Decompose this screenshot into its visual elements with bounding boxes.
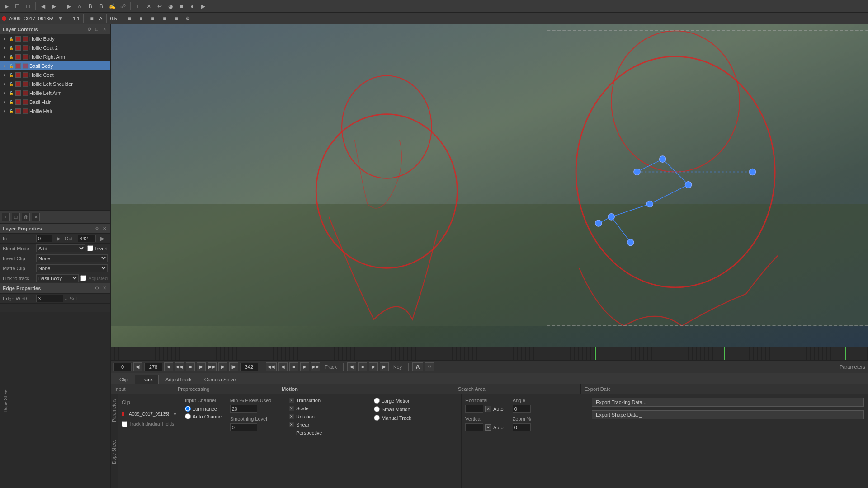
prop-adjusted-check[interactable] [80, 275, 86, 281]
layer-item[interactable]: ● 🔓 Hollie Left Arm [0, 89, 110, 98]
view-btn1[interactable]: ■ [125, 14, 134, 23]
key-mode-btn[interactable]: A [412, 362, 423, 371]
delete-layer-icon[interactable]: 🗑 [22, 213, 30, 221]
edge-width-minus[interactable]: - [65, 296, 67, 301]
smoothing-input[interactable] [230, 423, 257, 431]
luminance-radio[interactable] [185, 406, 191, 412]
key-play-btn[interactable]: ▶ [369, 362, 378, 371]
paint-icon[interactable]: ◕ [166, 2, 175, 11]
export-tracking-btn[interactable]: Export Tracking Data... [592, 398, 864, 407]
view-btn5[interactable]: ■ [172, 14, 181, 23]
auto-channel-radio[interactable] [185, 413, 191, 419]
layer-controls-close[interactable]: ✕ [101, 26, 108, 33]
vertical-input[interactable] [465, 423, 483, 431]
layer-visibility-icon[interactable]: ● [2, 99, 7, 105]
layer-visibility-icon[interactable]: ● [2, 63, 7, 69]
settings-icon[interactable]: ⚙ [184, 14, 193, 23]
shear-checkbox[interactable]: ✕ [289, 422, 294, 427]
layer-lock-icon[interactable]: 🔓 [9, 54, 14, 60]
edge-set-btn[interactable]: Set [70, 296, 77, 301]
layer-lock-icon[interactable]: 🔓 [9, 81, 14, 87]
layer-lock-icon[interactable]: 🔓 [9, 63, 14, 69]
tab-clip[interactable]: Clip [113, 375, 134, 384]
layer-visibility-icon[interactable]: ● [2, 54, 7, 60]
layer-visibility-icon[interactable]: ● [2, 72, 7, 78]
grid-icon[interactable]: ■ [177, 2, 186, 11]
tab-track[interactable]: Track [135, 375, 159, 384]
convert-point-icon[interactable]: ↩ [155, 2, 164, 11]
clip-dropdown-icon[interactable]: ▼ [56, 14, 65, 23]
layer-item[interactable]: ● 🔓 Hollie Right Arm [0, 52, 110, 61]
prop-insert-select[interactable]: None [36, 254, 108, 262]
layer-props-icon1[interactable]: ⚙ [94, 225, 100, 232]
play-next-btn[interactable]: ▶ [218, 362, 227, 371]
export-shape-btn[interactable]: Export Shape Data _ [592, 410, 864, 419]
play-end-btn[interactable]: |▶ [229, 362, 238, 371]
vertical-auto-check[interactable]: ✕ [485, 424, 491, 431]
edge-props-icon1[interactable]: ⚙ [94, 285, 100, 291]
layer-controls-icon1[interactable]: ⚙ [86, 26, 92, 33]
nav-back-icon[interactable]: ◀ [38, 2, 47, 11]
prop-link-select[interactable]: Basil Body [36, 274, 79, 282]
layer-item[interactable]: ● 🔓 Hollie Coat 2 [0, 43, 110, 52]
bspline2-icon[interactable]: B [97, 2, 106, 11]
tab-camera-solve[interactable]: Camera Solve [198, 375, 242, 384]
layer-visibility-icon[interactable]: ● [2, 81, 7, 87]
zoom-input[interactable] [513, 423, 531, 431]
track-back-btn[interactable]: ◀◀ [266, 362, 277, 371]
key-stop-btn[interactable]: ■ [358, 362, 367, 371]
layer-visibility-icon[interactable]: ● [2, 36, 7, 42]
zoom-icon[interactable]: ☍ [118, 2, 127, 11]
add-point-icon[interactable]: + [133, 2, 142, 11]
horizontal-auto-check[interactable]: ✕ [485, 406, 491, 412]
manual-track-radio[interactable] [374, 415, 380, 421]
tracker-icon[interactable]: ▶ [198, 2, 208, 11]
view-btn2[interactable]: ■ [137, 14, 146, 23]
bezier-icon[interactable]: ⌂ [75, 2, 84, 11]
track-individual-check[interactable] [122, 421, 127, 427]
prop-out-icon[interactable]: ▶ [98, 234, 107, 243]
bspline-icon[interactable]: B [86, 2, 95, 11]
translation-checkbox[interactable]: ✕ [289, 398, 294, 403]
frame-num-btn[interactable]: 0 [425, 362, 434, 371]
nav-forward-icon[interactable]: ▶ [49, 2, 58, 11]
edge-plus-btn[interactable]: + [80, 296, 82, 301]
prop-matte-select[interactable]: None [36, 264, 108, 272]
prop-blend-select[interactable]: Add [36, 244, 85, 252]
edge-props-close[interactable]: ✕ [101, 285, 108, 291]
layer-visibility-icon[interactable]: ● [2, 45, 7, 51]
duplicate-layer-icon[interactable]: □ [12, 213, 20, 221]
min-pixels-input[interactable] [230, 405, 257, 413]
remove-point-icon[interactable]: ✕ [144, 2, 153, 11]
track-fwd-btn[interactable]: ▶▶ [311, 362, 320, 371]
play-fwd-btn[interactable]: ▶▶ [208, 362, 217, 371]
layer-visibility-icon[interactable]: ● [2, 108, 7, 114]
rotation-checkbox[interactable]: ✕ [289, 414, 294, 419]
layer-lock-icon[interactable]: 🔓 [9, 72, 14, 78]
perspective-checkbox[interactable] [289, 430, 294, 436]
layer-visibility-icon[interactable]: ● [2, 90, 7, 96]
key-back-btn[interactable]: ◀ [347, 362, 356, 371]
layer-lock-icon[interactable]: 🔓 [9, 108, 14, 114]
viewport[interactable] [111, 24, 868, 347]
layer-item[interactable]: ● 🔓 Hollie Left Shoulder [0, 80, 110, 89]
view-btn4[interactable]: ■ [160, 14, 169, 23]
play-prev-btn[interactable]: ◀ [164, 362, 173, 371]
play-btn[interactable]: ▶ [197, 362, 206, 371]
horizontal-input[interactable] [465, 405, 483, 413]
layer-lock-icon[interactable]: 🔓 [9, 90, 14, 96]
view-btn3[interactable]: ■ [148, 14, 157, 23]
scale-checkbox[interactable]: ✕ [289, 406, 294, 411]
new-layer-icon[interactable]: + [2, 213, 10, 221]
layer-item[interactable]: ● 🔓 Hollie Coat [0, 70, 110, 80]
layer-item[interactable]: ● 🔓 Basil Body [0, 61, 110, 70]
play-in-btn[interactable]: ◀| [133, 362, 142, 371]
timeline[interactable] [111, 347, 868, 360]
prop-in-icon[interactable]: ▶ [54, 234, 63, 243]
stop-btn[interactable]: ■ [186, 362, 195, 371]
layer-lock-icon[interactable]: 🔓 [9, 36, 14, 42]
layer-item[interactable]: ● 🔓 Basil Hair [0, 98, 110, 107]
key-fwd-btn[interactable]: ▶ [380, 362, 389, 371]
track-prev-btn[interactable]: ◀ [278, 362, 288, 371]
prop-out-input[interactable] [78, 235, 96, 242]
